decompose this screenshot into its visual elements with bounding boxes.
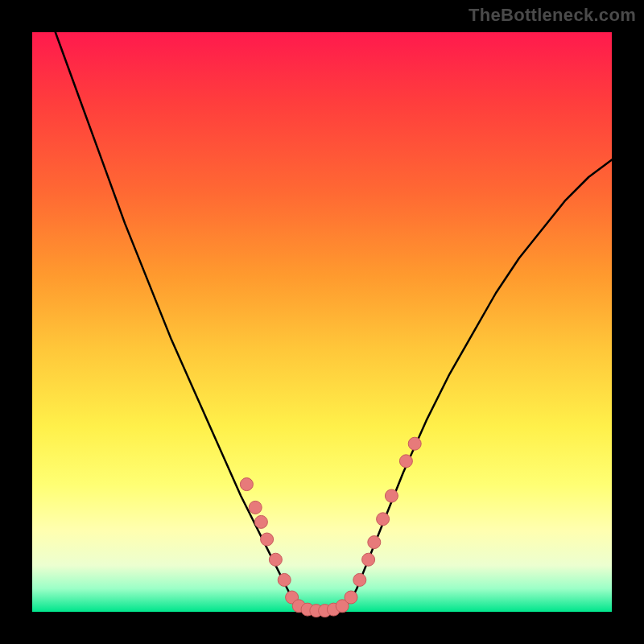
- curve-marker: [278, 573, 291, 586]
- curve-marker: [249, 501, 262, 514]
- curve-marker: [345, 591, 357, 604]
- curve-marker: [269, 553, 282, 566]
- curve-marker: [377, 513, 390, 526]
- plot-area: [32, 32, 612, 612]
- curve-marker: [353, 573, 366, 586]
- watermark-text: TheBottleneck.com: [469, 5, 636, 26]
- curve-markers: [240, 437, 421, 617]
- curve-marker: [261, 533, 274, 546]
- chart-frame: TheBottleneck.com: [0, 0, 644, 644]
- curve-marker: [385, 489, 398, 502]
- chart-svg: [32, 32, 612, 612]
- curve-marker: [362, 553, 375, 566]
- bottleneck-curve: [56, 32, 612, 612]
- curve-marker: [399, 455, 412, 468]
- curve-marker: [368, 536, 381, 549]
- curve-marker: [254, 515, 267, 528]
- curve-marker: [408, 437, 421, 450]
- curve-marker: [240, 478, 253, 491]
